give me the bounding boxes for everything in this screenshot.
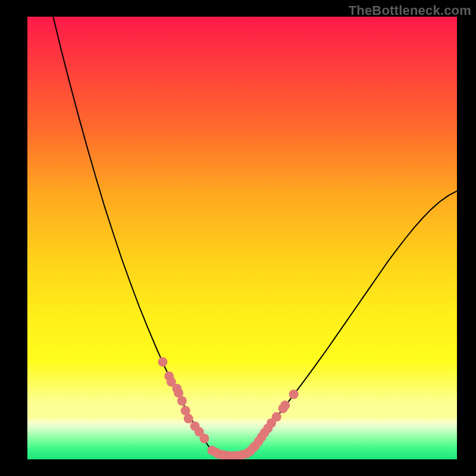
bottleneck-curve <box>53 17 457 456</box>
watermark-text: TheBottleneck.com <box>349 3 471 18</box>
data-point <box>177 396 187 406</box>
chart-overlay <box>27 17 457 459</box>
data-point <box>158 357 167 367</box>
chart-container: TheBottleneck.com <box>0 0 476 476</box>
data-point <box>199 434 209 443</box>
data-point <box>280 400 290 410</box>
data-point <box>184 414 193 424</box>
data-point <box>289 390 299 399</box>
plot-area <box>27 17 457 459</box>
data-point <box>272 412 281 422</box>
